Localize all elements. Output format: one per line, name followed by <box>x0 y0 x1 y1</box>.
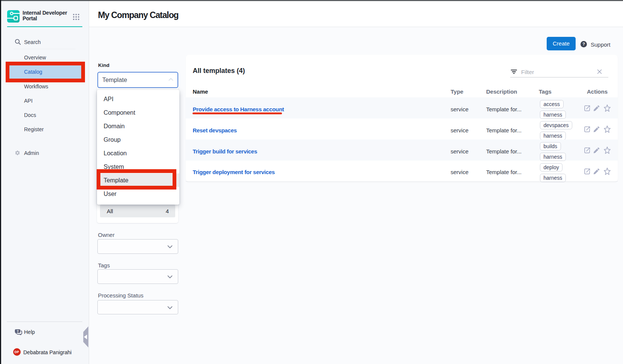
svg-text:?: ? <box>17 329 19 333</box>
